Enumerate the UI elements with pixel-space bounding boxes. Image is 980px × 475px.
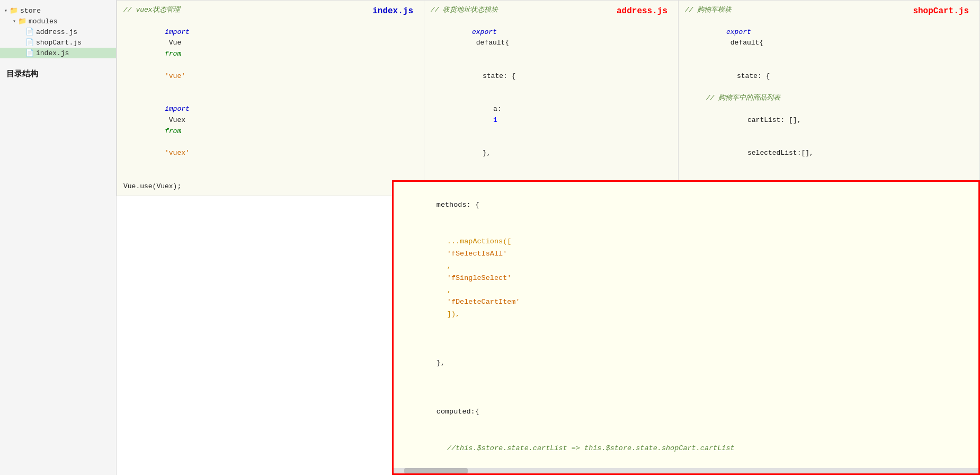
sc-state-t: state: { (737, 72, 770, 80)
bp-fsingle: 'fSingleSelect' (447, 274, 512, 282)
sidebar-item-shopcart[interactable]: 📄 shopCart.js (0, 37, 116, 48)
bp-computed: computed:{ (402, 394, 970, 430)
sidebar-item-address[interactable]: 📄 address.js (0, 27, 116, 37)
addr-a-val: 1 (493, 116, 497, 124)
sc-state: state: { (685, 60, 973, 93)
shopcart-panel-title: shopCart.js (913, 5, 969, 19)
sidebar-item-store[interactable]: ▾ 📁 store (0, 5, 116, 16)
modules-folder-icon: 📁 (18, 17, 26, 25)
index-file-icon: 📄 (25, 49, 34, 57)
bp-methods-close-t: }, (436, 359, 445, 367)
top-panels: index.js // vuex状态管理 import Vue from 'vu… (117, 0, 980, 196)
addr-state: state: { (431, 60, 672, 93)
sc-cartlist: cartList: [], (685, 104, 973, 137)
sc-comment2: // 购物车中的商品列表 (685, 93, 973, 104)
addr-state-close: }, (431, 137, 672, 170)
bp-blank (402, 333, 970, 345)
sc-export: export default{ (685, 16, 973, 60)
shopcart-label: shopCart.js (36, 39, 82, 47)
store-arrow: ▾ (4, 7, 7, 14)
bp-methods: methods: { (402, 187, 970, 224)
shopcart-panel: shopCart.js // 购物车模块 export default{ sta… (678, 0, 980, 196)
address-label: address.js (36, 28, 77, 36)
bp-fdelete: 'fDeleteCartItem' (447, 298, 520, 306)
shopcart-file-icon: 📄 (25, 38, 34, 47)
addr-line-2: export default{ (431, 16, 672, 60)
sc-selectedlist: selectedList:[], (685, 137, 973, 170)
bottom-scrollbar[interactable] (394, 468, 978, 473)
sidebar-item-modules[interactable]: ▾ 📁 modules (0, 16, 116, 27)
main-layout: ▾ 📁 store ▾ 📁 modules 📄 address.js 📄 sho… (0, 0, 980, 475)
bp-computed-t: computed:{ (436, 408, 479, 416)
sc-export-kw: export (726, 28, 751, 36)
sc-default-t: default{ (726, 39, 763, 47)
bp-comment: //this.$store.state.cartList => this.$st… (402, 430, 970, 467)
space-2 (165, 138, 169, 146)
modules-label: modules (29, 17, 58, 25)
index-line-2: import Vue from 'vue' (123, 16, 417, 93)
addr-default: default{ (472, 39, 509, 47)
bp-comma1: , (447, 262, 451, 270)
address-panel: address.js // 收货地址状态模块 export default{ s… (424, 0, 678, 196)
code-area: index.js // vuex状态管理 import Vue from 'vu… (117, 0, 980, 475)
bp-mapactions-t: ...mapActions([ (447, 238, 512, 245)
space-1 (165, 61, 169, 69)
vue-name: Vue (165, 39, 185, 47)
index-line-blank2 (123, 192, 417, 196)
addr-a-key: a: (493, 105, 505, 113)
sidebar-item-index[interactable]: 📄 index.js (0, 48, 116, 58)
dir-label: 目录结构 (0, 58, 116, 83)
addr-state-close-t: }, (483, 149, 491, 157)
store-folder-icon: 📁 (10, 6, 18, 15)
store-label: store (20, 7, 41, 15)
modules-arrow: ▾ (13, 18, 16, 24)
from-2: from (165, 127, 181, 135)
bottom-panel: methods: { ...mapActions([ 'fSelectIsAll… (392, 180, 980, 475)
vuex-name: Vuex (165, 116, 190, 124)
sidebar: ▾ 📁 store ▾ 📁 modules 📄 address.js 📄 sho… (0, 0, 117, 475)
sc-selectedlist-t: selectedList:[], (747, 149, 814, 157)
addr-state-text: state: { (483, 72, 515, 80)
bp-methods-t: methods: { (436, 201, 479, 209)
addr-export: export (472, 28, 497, 36)
index-line-blank1 (123, 170, 417, 181)
bp-methods-close: }, (402, 345, 970, 382)
bp-mapactions-close: ]), (447, 310, 460, 318)
index-line-use: Vue.use(Vuex); (123, 181, 417, 192)
bp-blank2 (402, 382, 970, 394)
address-panel-title: address.js (617, 5, 667, 19)
address-file-icon: 📄 (25, 28, 34, 36)
bp-comma2: , (447, 286, 456, 294)
index-label: index.js (36, 49, 69, 57)
vue-string: 'vue' (165, 72, 185, 80)
index-panel-title: index.js (372, 5, 413, 19)
bottom-scroll-thumb (404, 468, 468, 473)
index-line-3: import Vuex from 'vuex' (123, 93, 417, 170)
kw-import-1: import (165, 28, 190, 36)
kw-import-2: import (165, 105, 190, 113)
from-1: from (165, 50, 181, 58)
addr-a: a: 1 (431, 93, 672, 137)
bp-comment-t: //this.$store.state.cartList => this.$st… (447, 444, 735, 452)
index-panel: index.js // vuex状态管理 import Vue from 'vu… (117, 0, 424, 196)
vuex-string: 'vuex' (165, 149, 190, 157)
bp-mapactions: ...mapActions([ 'fSelectIsAll' , 'fSingl… (402, 224, 970, 333)
sc-cartlist-t: cartList: [], (747, 116, 801, 124)
bp-fselect: 'fSelectIsAll' (447, 250, 507, 258)
